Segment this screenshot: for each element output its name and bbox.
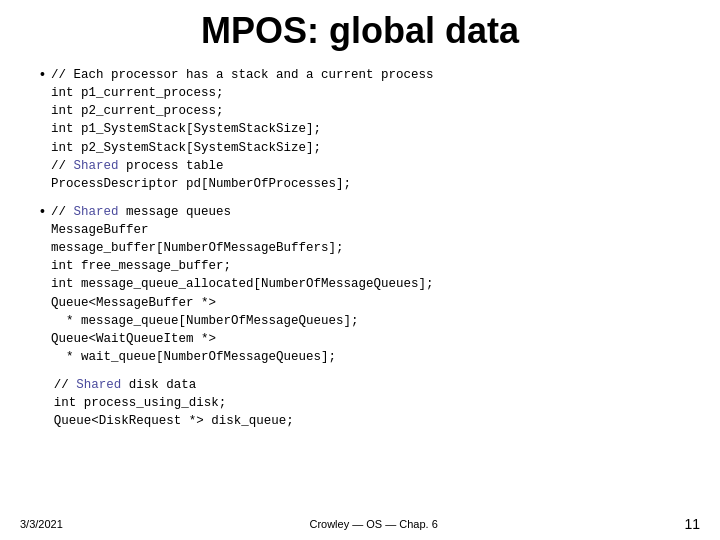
code-block-1: // Each processor has a stack and a curr… — [51, 66, 434, 193]
footer-date: 3/3/2021 — [20, 518, 63, 530]
code-block-3: // Shared disk data int process_using_di… — [54, 376, 294, 430]
code-block-2: // Shared message queues MessageBuffer m… — [51, 203, 434, 366]
bullet-2: • — [40, 203, 45, 219]
bullet-3 — [40, 376, 48, 392]
section-3: // Shared disk data int process_using_di… — [40, 376, 680, 430]
section-1: • // Each processor has a stack and a cu… — [40, 66, 680, 193]
footer: 3/3/2021 Crowley — OS — Chap. 6 11 — [0, 516, 720, 532]
slide-title: MPOS: global data — [30, 10, 690, 52]
bullet-1: • — [40, 66, 45, 82]
content-area: • // Each processor has a stack and a cu… — [30, 66, 690, 430]
footer-page: 11 — [684, 516, 700, 532]
footer-source: Crowley — OS — Chap. 6 — [309, 518, 437, 530]
section-2: • // Shared message queues MessageBuffer… — [40, 203, 680, 366]
slide-container: MPOS: global data • // Each processor ha… — [0, 0, 720, 540]
